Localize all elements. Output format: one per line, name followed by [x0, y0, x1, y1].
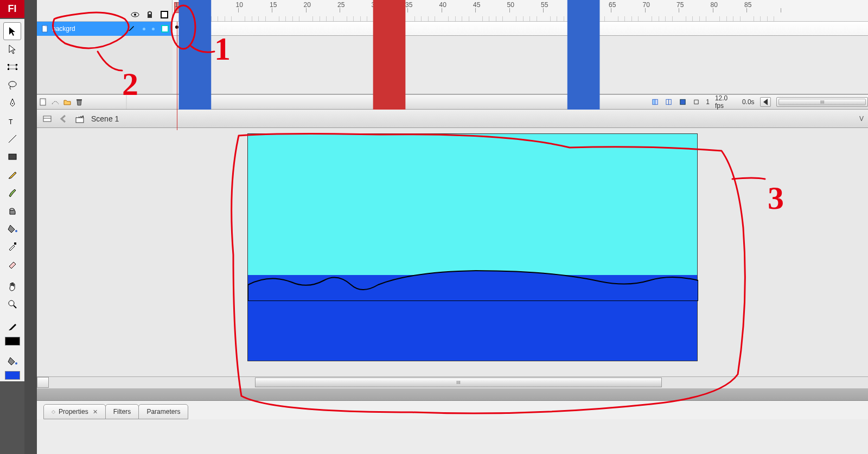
- main-area: 1510152025303540455055606570758085 backg…: [24, 0, 868, 454]
- tab-properties[interactable]: ◇Properties✕: [43, 404, 106, 419]
- timeline-footer: 1 12.0 fps 0.0s III: [37, 94, 868, 110]
- svg-rect-12: [14, 242, 16, 245]
- selection-tool[interactable]: [3, 22, 21, 40]
- svg-point-6: [12, 103, 13, 104]
- stage-scroll-left-button[interactable]: [37, 377, 49, 388]
- svg-line-14: [14, 305, 16, 308]
- svg-rect-2: [16, 64, 17, 66]
- eyedropper-tool[interactable]: [3, 237, 21, 255]
- stage-area: III: [37, 128, 868, 388]
- panel-divider[interactable]: [37, 388, 868, 400]
- layer-name-label: backgrd: [52, 25, 75, 33]
- ink-bottle-tool[interactable]: [3, 201, 21, 219]
- subselection-tool[interactable]: [3, 40, 21, 58]
- line-tool[interactable]: [3, 130, 21, 148]
- svg-point-10: [10, 208, 14, 210]
- vertical-panel-grip[interactable]: [24, 0, 37, 454]
- ruler-label: 75: [676, 1, 684, 9]
- stage-horizontal-scrollbar[interactable]: III: [37, 376, 868, 388]
- paint-bucket-tool[interactable]: [3, 219, 21, 237]
- scene-right-indicator: V: [859, 115, 864, 123]
- tab-parameters[interactable]: Parameters: [138, 404, 188, 419]
- new-folder-icon[interactable]: [63, 98, 72, 106]
- brush-tool[interactable]: [3, 183, 21, 201]
- tab-parameters-label: Parameters: [146, 408, 180, 415]
- svg-text:T: T: [9, 118, 13, 126]
- stroke-swatch[interactable]: [3, 335, 21, 347]
- edit-multiple-frames-icon[interactable]: [679, 98, 687, 106]
- svg-rect-26: [655, 99, 658, 104]
- stage-scroll-track[interactable]: III: [255, 378, 662, 387]
- onion-skin-icon[interactable]: [652, 98, 660, 106]
- hand-tool[interactable]: [3, 277, 21, 295]
- tab-filters[interactable]: Filters: [105, 404, 139, 419]
- svg-line-8: [9, 135, 16, 143]
- rectangle-tool[interactable]: [3, 148, 21, 165]
- modify-onion-markers-icon[interactable]: [692, 98, 700, 106]
- svg-rect-30: [43, 116, 51, 122]
- tool-panel: T: [0, 19, 24, 381]
- svg-point-13: [9, 300, 14, 306]
- stroke-color-tool[interactable]: [3, 317, 21, 335]
- svg-point-5: [9, 81, 16, 87]
- eraser-tool[interactable]: [3, 255, 21, 273]
- timeline-scroll-left-button[interactable]: [760, 97, 771, 107]
- svg-rect-25: [653, 99, 655, 104]
- wave-outline: [248, 268, 698, 301]
- scene-name-label: Scene 1: [91, 114, 119, 123]
- svg-rect-9: [9, 154, 16, 159]
- sky-shape: [248, 134, 697, 286]
- onion-skin-outlines-icon[interactable]: [665, 98, 673, 106]
- svg-point-15: [15, 362, 17, 365]
- elapsed-value: 0.0s: [742, 98, 755, 106]
- back-arrow-icon[interactable]: [59, 114, 68, 124]
- svg-rect-4: [16, 68, 17, 70]
- tab-properties-label: Properties: [59, 408, 88, 415]
- tab-filters-label: Filters: [113, 408, 131, 415]
- stage-canvas[interactable]: [247, 133, 698, 361]
- diamond-icon: ◇: [52, 409, 55, 414]
- zoom-tool[interactable]: [3, 295, 21, 313]
- lasso-tool[interactable]: [3, 76, 21, 94]
- fps-value: 12.0 fps: [715, 94, 737, 110]
- ruler-label: 85: [744, 1, 751, 9]
- svg-rect-29: [680, 99, 685, 104]
- pencil-tool[interactable]: [3, 165, 21, 183]
- free-transform-tool[interactable]: [3, 58, 21, 76]
- scene-bar: Scene 1 V: [37, 110, 868, 128]
- timeline-scrollbar[interactable]: III: [776, 97, 868, 107]
- edit-scene-icon[interactable]: [42, 114, 52, 124]
- left-column: Fl T: [0, 0, 24, 454]
- svg-rect-3: [8, 68, 9, 70]
- playhead-line: [177, 22, 177, 130]
- fill-swatch[interactable]: [3, 369, 21, 381]
- svg-rect-1: [8, 64, 9, 66]
- current-frame-value: 1: [706, 98, 710, 106]
- text-tool[interactable]: T: [3, 112, 21, 130]
- flash-logo: Fl: [0, 0, 24, 18]
- pen-tool[interactable]: [3, 94, 21, 112]
- svg-rect-22: [76, 99, 82, 100]
- timeline-scroll-thumb[interactable]: III: [778, 99, 866, 105]
- svg-rect-28: [669, 99, 672, 104]
- clapboard-icon: [75, 114, 85, 124]
- svg-rect-32: [76, 118, 84, 123]
- close-icon[interactable]: ✕: [93, 408, 98, 415]
- motion-guide-icon[interactable]: [51, 98, 60, 106]
- ruler-label: 80: [711, 1, 718, 9]
- svg-point-11: [15, 230, 17, 232]
- properties-panel-tabs: ◇Properties✕ Filters Parameters: [37, 400, 868, 419]
- stage-scroll-thumb[interactable]: III: [256, 378, 661, 387]
- svg-rect-27: [666, 99, 669, 104]
- svg-rect-0: [9, 65, 16, 69]
- layer-type-icon: [41, 25, 49, 33]
- content-area: 1510152025303540455055606570758085 backg…: [37, 0, 868, 454]
- new-layer-icon[interactable]: [39, 98, 48, 106]
- fill-color-tool[interactable]: [3, 351, 21, 369]
- delete-layer-icon[interactable]: [75, 98, 84, 106]
